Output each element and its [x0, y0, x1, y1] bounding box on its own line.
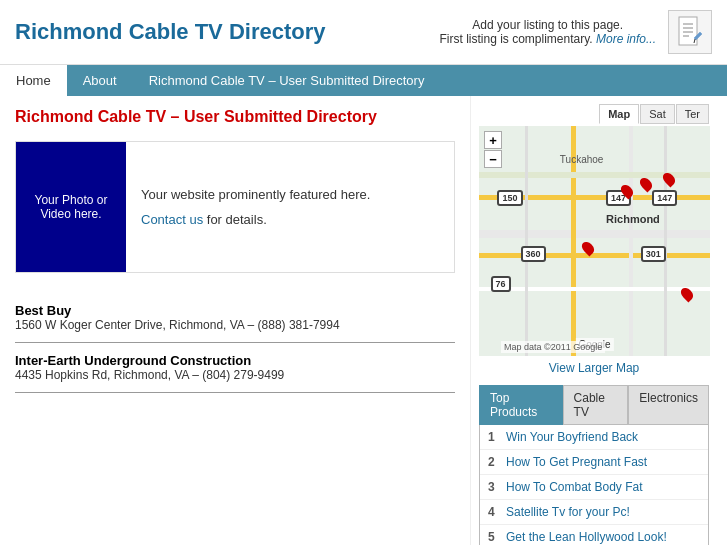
- map-tab-ter[interactable]: Ter: [676, 104, 709, 124]
- view-larger-link[interactable]: View Larger Map: [549, 361, 640, 375]
- business-entry: Inter-Earth Underground Construction 443…: [15, 343, 455, 393]
- featured-description: Your website prominently featured here.: [141, 187, 370, 202]
- product-tabs: Top Products Cable TV Electronics: [479, 385, 709, 425]
- sidebar: Map Sat Ter 150 147: [470, 96, 717, 545]
- navbar: Home About Richmond Cable TV – User Subm…: [0, 65, 727, 96]
- map-zoom-out[interactable]: −: [484, 150, 502, 168]
- map-background: 150 147 147 Richmond Tuckahoe 360 76 301: [479, 126, 710, 356]
- nav-directory[interactable]: Richmond Cable TV – User Submitted Direc…: [133, 65, 441, 96]
- map-data-label: Map data ©2011 Google: [501, 341, 605, 353]
- highway-badge-76: 76: [491, 276, 511, 292]
- business-list: Best Buy 1560 W Koger Center Drive, Rich…: [15, 293, 455, 393]
- view-larger-map: View Larger Map: [479, 360, 709, 375]
- product-link[interactable]: How To Get Pregnant Fast: [506, 455, 647, 469]
- product-tab-electronics[interactable]: Electronics: [628, 385, 709, 425]
- header-right: Add your listing to this page. First lis…: [439, 10, 712, 54]
- product-num: 5: [488, 530, 500, 544]
- featured-contact-line: Contact us for details.: [141, 212, 370, 227]
- product-link[interactable]: Satellite Tv for your Pc!: [506, 505, 630, 519]
- business-entry: Best Buy 1560 W Koger Center Drive, Rich…: [15, 293, 455, 343]
- contact-suffix: for details.: [203, 212, 267, 227]
- product-item: 5 Get the Lean Hollywood Look!: [480, 525, 708, 545]
- page-heading: Richmond Cable TV – User Submitted Direc…: [15, 108, 455, 126]
- product-num: 4: [488, 505, 500, 519]
- road-h5: [479, 172, 710, 178]
- road-h2: [479, 253, 710, 258]
- contact-us-link[interactable]: Contact us: [141, 212, 203, 227]
- map-image[interactable]: 150 147 147 Richmond Tuckahoe 360 76 301: [479, 126, 710, 356]
- product-num: 3: [488, 480, 500, 494]
- header-edit-icon: [668, 10, 712, 54]
- featured-media-placeholder: Your Photo or Video here.: [16, 142, 126, 272]
- main-layout: Richmond Cable TV – User Submitted Direc…: [0, 96, 727, 545]
- product-item: 4 Satellite Tv for your Pc!: [480, 500, 708, 525]
- map-tab-map[interactable]: Map: [599, 104, 639, 124]
- map-tabs: Map Sat Ter: [479, 104, 709, 124]
- city-label-richmond: Richmond: [606, 213, 660, 225]
- product-item: 3 How To Combat Body Fat: [480, 475, 708, 500]
- nav-about[interactable]: About: [67, 65, 133, 96]
- map-container: Map Sat Ter 150 147: [479, 104, 709, 375]
- tagline-line1: Add your listing to this page.: [472, 18, 623, 32]
- road-h3: [479, 230, 710, 238]
- business-address: 4435 Hopkins Rd, Richmond, VA – (804) 27…: [15, 368, 455, 382]
- road-v2: [629, 126, 633, 356]
- featured-listing-box: Your Photo or Video here. Your website p…: [15, 141, 455, 273]
- header-tagline: Add your listing to this page. First lis…: [439, 18, 656, 46]
- business-name: Inter-Earth Underground Construction: [15, 353, 455, 368]
- product-tab-top-products[interactable]: Top Products: [479, 385, 563, 425]
- map-zoom-in[interactable]: +: [484, 131, 502, 149]
- featured-content: Your website prominently featured here. …: [126, 142, 385, 272]
- site-header: Richmond Cable TV Directory Add your lis…: [0, 0, 727, 65]
- business-name: Best Buy: [15, 303, 455, 318]
- product-item: 2 How To Get Pregnant Fast: [480, 450, 708, 475]
- highway-badge-360: 360: [521, 246, 546, 262]
- product-tab-cable-tv[interactable]: Cable TV: [563, 385, 629, 425]
- highway-badge-147b: 147: [652, 190, 677, 206]
- product-list: 1 Win Your Boyfriend Back 2 How To Get P…: [479, 425, 709, 545]
- top-products: Top Products Cable TV Electronics 1 Win …: [479, 385, 709, 545]
- more-info-link[interactable]: More info...: [596, 32, 656, 46]
- road-v3: [525, 126, 528, 356]
- tagline-line2: First listing is complimentary.: [439, 32, 592, 46]
- highway-badge-150: 150: [497, 190, 522, 206]
- product-num: 1: [488, 430, 500, 444]
- edit-document-icon: [676, 16, 704, 48]
- neighborhood-label-tuckahoe: Tuckahoe: [560, 154, 604, 165]
- map-tab-sat[interactable]: Sat: [640, 104, 675, 124]
- content-area: Richmond Cable TV – User Submitted Direc…: [0, 96, 470, 545]
- highway-badge-301: 301: [641, 246, 666, 262]
- product-item: 1 Win Your Boyfriend Back: [480, 425, 708, 450]
- business-address: 1560 W Koger Center Drive, Richmond, VA …: [15, 318, 455, 332]
- nav-home[interactable]: Home: [0, 65, 67, 96]
- product-link[interactable]: Win Your Boyfriend Back: [506, 430, 638, 444]
- map-controls: + −: [484, 131, 502, 168]
- road-h4: [479, 287, 710, 291]
- site-title: Richmond Cable TV Directory: [15, 19, 326, 45]
- road-v4: [664, 126, 667, 356]
- product-link[interactable]: Get the Lean Hollywood Look!: [506, 530, 667, 544]
- product-link[interactable]: How To Combat Body Fat: [506, 480, 643, 494]
- product-num: 2: [488, 455, 500, 469]
